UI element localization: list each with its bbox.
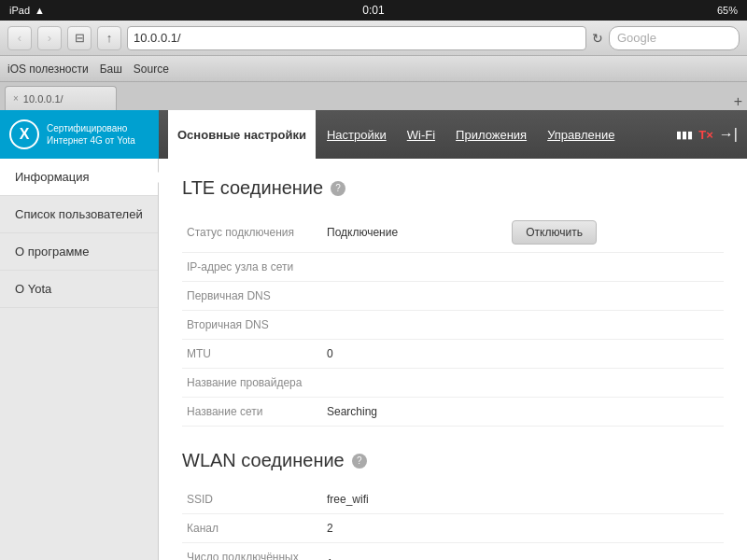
lte-dns1-label: Первичная DNS bbox=[182, 282, 322, 311]
nav-main-settings[interactable]: Основные настройки bbox=[168, 110, 316, 159]
lte-netname-label: Название сети bbox=[182, 398, 322, 427]
page-wrapper: X Сертифицировано Интернет 4G от Yota Ос… bbox=[0, 110, 747, 560]
search-placeholder: Google bbox=[617, 31, 656, 45]
wlan-ssid-label: SSID bbox=[182, 485, 322, 514]
sidebar-item-about[interactable]: О программе bbox=[0, 233, 158, 271]
status-left: iPad ▲ bbox=[9, 5, 45, 16]
status-bar: iPad ▲ 0:01 65% bbox=[0, 0, 747, 21]
wlan-connected-label: Число подключённых пользователей bbox=[182, 543, 322, 561]
table-row: Вторичная DNS bbox=[182, 311, 724, 340]
yota-logo: X bbox=[9, 119, 39, 149]
nav-settings[interactable]: Настройки bbox=[317, 110, 396, 159]
logout-icon: →| bbox=[719, 126, 738, 143]
table-row: Название сети Searching bbox=[182, 398, 724, 427]
browser-tab[interactable]: × 10.0.0.1/ bbox=[5, 86, 117, 110]
lte-provider-label: Название провайдера bbox=[182, 369, 322, 398]
table-row: Первичная DNS bbox=[182, 282, 724, 311]
tab-close-button[interactable]: × bbox=[13, 93, 19, 104]
yota-brand-line2: Интернет 4G от Yota bbox=[47, 134, 135, 147]
table-row: Статус подключения Подключение Отключить bbox=[182, 213, 724, 253]
lte-netname-value: Searching bbox=[322, 398, 507, 427]
browser-chrome: ‹ › ⊟ ↑ 10.0.0.1/ ↻ Google bbox=[0, 21, 747, 56]
yota-logo-text: X bbox=[20, 126, 30, 143]
lte-help-button[interactable]: ? bbox=[331, 181, 345, 196]
bookmark-ios[interactable]: iOS полезности bbox=[7, 63, 89, 76]
status-time: 0:01 bbox=[362, 4, 384, 17]
tab-bar: × 10.0.0.1/ + bbox=[0, 82, 747, 110]
yota-brand: X Сертифицировано Интернет 4G от Yota bbox=[0, 110, 159, 159]
wlan-info-table: SSID free_wifi Канал 2 Число подключённы… bbox=[182, 485, 724, 560]
bookmarks-button[interactable]: ⊟ bbox=[67, 26, 92, 50]
refresh-button[interactable]: ↻ bbox=[592, 31, 603, 46]
wlan-title-text: WLAN соединение bbox=[182, 450, 345, 471]
yota-brand-text: Сертифицировано Интернет 4G от Yota bbox=[47, 122, 135, 147]
lte-ip-value bbox=[322, 253, 507, 282]
wlan-section-title: WLAN соединение ? bbox=[182, 450, 724, 471]
content-area: Информация Список пользователей О програ… bbox=[0, 159, 747, 560]
wlan-ssid-value: free_wifi bbox=[322, 485, 662, 514]
forward-button[interactable]: › bbox=[37, 26, 62, 50]
lte-title-text: LTE соединение bbox=[182, 177, 323, 199]
sidebar-item-yota[interactable]: О Yota bbox=[0, 271, 158, 308]
disconnect-button[interactable]: Отключить bbox=[512, 220, 597, 245]
sidebar: Информация Список пользователей О програ… bbox=[0, 159, 159, 560]
nav-control[interactable]: Управление bbox=[538, 110, 624, 159]
sidebar-item-info[interactable]: Информация bbox=[0, 159, 158, 196]
tab-title: 10.0.0.1/ bbox=[23, 93, 63, 105]
yota-brand-line1: Сертифицировано bbox=[47, 122, 135, 134]
battery-label: 65% bbox=[717, 5, 738, 16]
url-bar[interactable]: 10.0.0.1/ bbox=[127, 26, 586, 50]
wlan-connected-value: 1 bbox=[322, 543, 662, 561]
lte-status-btn-cell: Отключить bbox=[507, 213, 724, 253]
table-row: MTU 0 bbox=[182, 340, 724, 369]
back-button[interactable]: ‹ bbox=[7, 26, 32, 50]
lte-status-label: Статус подключения bbox=[182, 213, 322, 253]
sidebar-item-users[interactable]: Список пользователей bbox=[0, 196, 158, 233]
lte-provider-value bbox=[322, 369, 507, 398]
lte-mtu-value: 0 bbox=[322, 340, 507, 369]
battery-icon: ▮▮▮ bbox=[676, 129, 693, 141]
url-text: 10.0.0.1/ bbox=[134, 31, 181, 45]
bookmark-source[interactable]: Source bbox=[134, 63, 169, 76]
table-row: IP-адрес узла в сети bbox=[182, 253, 724, 282]
table-row: SSID free_wifi bbox=[182, 485, 724, 514]
lte-ip-label: IP-адрес узла в сети bbox=[182, 253, 322, 282]
yota-nav: Основные настройки Настройки Wi-Fi Прило… bbox=[159, 110, 747, 159]
signal-off-icon: T× bbox=[698, 128, 713, 142]
new-tab-button[interactable]: + bbox=[734, 93, 742, 110]
lte-info-table: Статус подключения Подключение Отключить… bbox=[182, 213, 724, 427]
lte-dns2-label: Вторичная DNS bbox=[182, 311, 322, 340]
nav-icons: ▮▮▮ T× →| bbox=[676, 126, 738, 143]
share-button[interactable]: ↑ bbox=[97, 26, 121, 50]
table-row: Число подключённых пользователей 1 bbox=[182, 543, 724, 561]
table-row: Канал 2 bbox=[182, 514, 724, 543]
bookmarks-bar: iOS полезности Баш Source bbox=[0, 56, 747, 82]
lte-dns1-value bbox=[322, 282, 507, 311]
nav-apps[interactable]: Приложения bbox=[446, 110, 536, 159]
lte-dns2-value bbox=[322, 311, 507, 340]
lte-status-value: Подключение bbox=[322, 213, 507, 253]
wlan-help-button[interactable]: ? bbox=[352, 454, 367, 469]
main-content: LTE соединение ? Статус подключения Подк… bbox=[159, 159, 747, 560]
wifi-icon: ▲ bbox=[35, 5, 45, 16]
wlan-channel-value: 2 bbox=[322, 514, 662, 543]
yota-header: X Сертифицировано Интернет 4G от Yota Ос… bbox=[0, 110, 747, 159]
main-area: X Сертифицировано Интернет 4G от Yota Ос… bbox=[0, 110, 747, 560]
search-bar[interactable]: Google bbox=[609, 26, 740, 50]
table-row: Название провайдера bbox=[182, 369, 724, 398]
bookmark-bash[interactable]: Баш bbox=[100, 63, 122, 76]
ipad-label: iPad bbox=[9, 5, 30, 16]
status-right: 65% bbox=[717, 5, 738, 16]
lte-mtu-label: MTU bbox=[182, 340, 322, 369]
nav-wifi[interactable]: Wi-Fi bbox=[398, 110, 444, 159]
wlan-channel-label: Канал bbox=[182, 514, 322, 543]
lte-section-title: LTE соединение ? bbox=[182, 177, 724, 199]
